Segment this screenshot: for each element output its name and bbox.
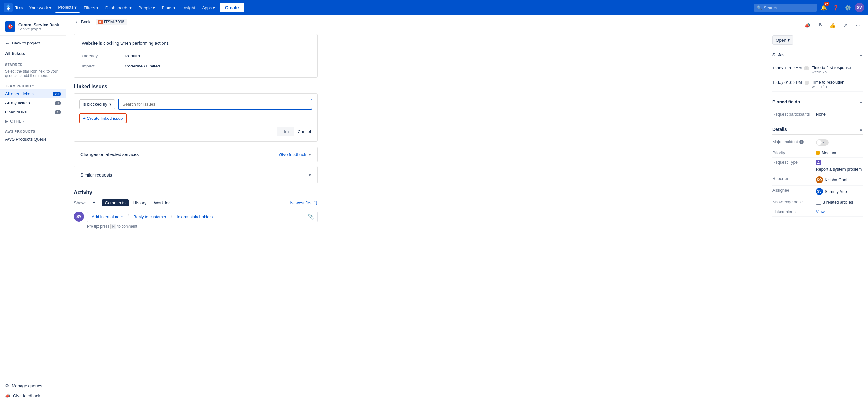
request-type-label: Request Type <box>772 160 813 165</box>
nav-plans[interactable]: Plans▾ <box>159 3 179 12</box>
filter-worklog[interactable]: Work log <box>151 199 174 206</box>
give-feedback-item[interactable]: 📣 Give feedback <box>0 391 66 401</box>
project-type: Service project <box>18 27 59 31</box>
help-button[interactable]: ❓ <box>831 2 841 12</box>
sidebar-item-open-tasks[interactable]: Open tasks 1 <box>0 107 66 116</box>
attachment-icon[interactable]: 📎 <box>308 214 314 219</box>
pinned-chevron-icon[interactable]: ▲ <box>859 100 863 104</box>
link-type-dropdown[interactable]: is blocked by ▾ <box>79 99 115 109</box>
nav-people[interactable]: People▾ <box>135 3 158 12</box>
pro-tip-key: M <box>111 224 117 229</box>
details-chevron-icon[interactable]: ▲ <box>859 127 863 132</box>
major-incident-info-icon[interactable]: i <box>799 140 804 144</box>
sidebar-item-aws-products[interactable]: AWS Products Queue <box>0 135 66 144</box>
add-internal-note-tab[interactable]: Add internal note <box>87 212 127 222</box>
request-type-icon <box>816 160 821 165</box>
back-to-project[interactable]: ← Back to project <box>0 38 66 48</box>
impact-label: Impact <box>82 64 120 68</box>
reporter-name: Keisha Onai <box>825 177 847 182</box>
sla-pause-2: II <box>805 81 809 85</box>
share-icon[interactable]: ↗ <box>840 20 850 30</box>
reporter-label: Reporter <box>772 176 813 181</box>
nav-insight[interactable]: Insight <box>179 3 198 12</box>
activity-title: Activity <box>74 190 317 196</box>
filter-comments[interactable]: Comments <box>102 199 129 206</box>
details-title: Details <box>772 127 787 132</box>
issue-search-input[interactable] <box>118 99 312 110</box>
filter-all[interactable]: All <box>90 199 101 206</box>
link-form-actions: Link Cancel <box>79 127 312 136</box>
settings-button[interactable]: ⚙️ <box>843 2 853 12</box>
major-incident-toggle[interactable]: ✕ <box>816 139 829 146</box>
status-chevron-icon: ▾ <box>787 37 790 42</box>
create-linked-issue-button[interactable]: + Create linked issue <box>79 113 127 123</box>
request-participants-label: Request participants <box>772 112 813 116</box>
project-header: 🎯 Central Service Desk Service project <box>0 19 66 36</box>
all-tickets-heading: All tickets <box>0 48 66 59</box>
global-search[interactable]: 🔍 Search <box>754 4 817 12</box>
toggle-knob <box>816 140 822 145</box>
create-button[interactable]: Create <box>220 3 244 12</box>
other-toggle[interactable]: ▶ OTHER <box>0 116 66 126</box>
thumbsup-icon[interactable]: 👍 <box>828 20 838 30</box>
back-arrow-icon: ← <box>5 41 9 45</box>
back-chevron-icon: ← <box>75 20 80 24</box>
slas-header: SLAs ▲ <box>772 50 863 60</box>
cancel-link-button[interactable]: Cancel <box>297 127 312 136</box>
activity-section: Activity Show: All Comments History Work… <box>74 190 317 229</box>
protip: Pro tip: press M to comment <box>87 224 317 229</box>
nav-projects[interactable]: Projects▾ <box>55 3 80 12</box>
nav-dashboards[interactable]: Dashboards▾ <box>102 3 135 12</box>
pinned-fields-header: Pinned fields ▲ <box>772 97 863 107</box>
svg-point-1 <box>818 161 819 162</box>
urgency-row: Urgency Medium <box>82 51 310 61</box>
slas-section: SLAs ▲ Today 11:00 AM II Time to first r… <box>772 50 863 92</box>
open-status-button[interactable]: Open ▾ <box>772 35 793 45</box>
more-options-icon[interactable]: ··· <box>853 20 863 30</box>
urgency-value: Medium <box>125 54 140 58</box>
reply-to-customer-tab[interactable]: Reply to customer <box>129 212 171 222</box>
sla-sub-1: within 2h <box>812 70 851 74</box>
similar-requests-header[interactable]: Similar requests ··· ▾ <box>74 166 317 183</box>
give-feedback-link[interactable]: Give feedback <box>279 152 306 157</box>
project-icon: 🎯 <box>5 22 15 32</box>
activity-controls: Show: All Comments History Work log Newe… <box>74 199 317 206</box>
back-button[interactable]: ← Back <box>72 18 93 26</box>
urgency-label: Urgency <box>82 54 120 58</box>
assignee-avatar: SV <box>816 188 823 195</box>
sidebar-item-all-my-tickets[interactable]: All my tickets 0 <box>0 98 66 107</box>
starred-section-label: STARRED <box>0 59 66 68</box>
announce-icon[interactable]: 📣 <box>802 20 812 30</box>
chevron-down-icon: ▾ <box>309 152 311 157</box>
knowledge-base-row: Knowledge base ☰ 3 related articles <box>772 197 863 207</box>
major-incident-row: Major incident i ✕ <box>772 137 863 148</box>
notifications-button[interactable]: 🔔 9+ <box>819 2 829 12</box>
linked-alerts-view-link[interactable]: View <box>816 209 825 214</box>
sla-pause-1: II <box>804 66 809 70</box>
changes-affected-header[interactable]: Changes on affected services Give feedba… <box>74 147 317 162</box>
nav-yourwork[interactable]: Your work▾ <box>26 3 55 12</box>
nav-filters[interactable]: Filters▾ <box>81 3 102 12</box>
user-avatar[interactable]: SV <box>855 3 864 12</box>
inform-stakeholders-tab[interactable]: Inform stakeholders <box>172 212 217 222</box>
assignee-label: Assignee <box>772 188 813 193</box>
svg-rect-2 <box>817 163 820 164</box>
sort-button[interactable]: Newest first ⇅ <box>290 201 317 206</box>
gear-icon: ⚙ <box>5 383 9 388</box>
sla-label-2: Time to resolution <box>812 80 844 84</box>
sla-time-1: Today 11:00 AM <box>772 66 802 70</box>
linked-alerts-label: Linked alerts <box>772 209 813 214</box>
watch-icon[interactable]: 👁 <box>815 20 825 30</box>
sidebar-item-all-open-tickets[interactable]: All open tickets 29 <box>0 89 66 98</box>
knowledge-base-label: Knowledge base <box>772 200 813 204</box>
details-section: Details ▲ Major incident i ✕ <box>772 124 863 216</box>
link-button[interactable]: Link <box>277 127 294 136</box>
manage-queues-item[interactable]: ⚙ Manage queues <box>0 380 66 391</box>
pinned-fields-section: Pinned fields ▲ Request participants Non… <box>772 97 863 119</box>
issue-id-badge[interactable]: IT ITSM-7996 <box>96 19 127 25</box>
jira-logo[interactable]: Jira <box>4 3 23 12</box>
filter-history[interactable]: History <box>130 199 150 206</box>
dots-menu-icon[interactable]: ··· <box>302 171 306 178</box>
nav-apps[interactable]: Apps▾ <box>199 3 218 12</box>
slas-chevron-icon[interactable]: ▲ <box>859 53 863 57</box>
